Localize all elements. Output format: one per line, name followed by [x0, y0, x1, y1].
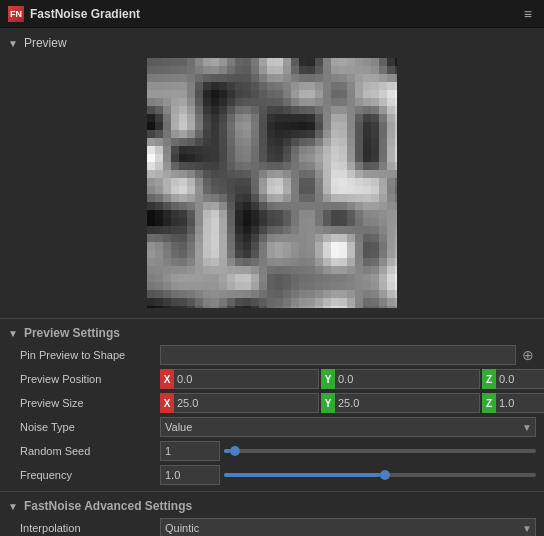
- random-seed-content: [160, 441, 536, 461]
- size-y-input[interactable]: [335, 393, 480, 413]
- divider-1: [0, 318, 544, 319]
- advanced-arrow-icon: ▼: [8, 501, 18, 512]
- frequency-slider-track[interactable]: [224, 473, 536, 477]
- size-x-input[interactable]: [174, 393, 319, 413]
- pos-x-input[interactable]: [174, 369, 319, 389]
- random-seed-label: Random Seed: [20, 445, 160, 457]
- pos-z-label: Z: [482, 369, 496, 389]
- interpolation-select-wrapper: Linear Hermite Quintic ▼: [160, 518, 536, 536]
- preview-area: [0, 54, 544, 316]
- noise-type-select-wrapper: Value Value Fractal Perlin Perlin Fracta…: [160, 417, 536, 437]
- frequency-content: [160, 465, 536, 485]
- interpolation-row: Interpolation Linear Hermite Quintic ▼: [0, 516, 544, 536]
- random-seed-row: Random Seed: [0, 439, 544, 463]
- size-y-field: Y: [321, 393, 480, 413]
- preview-size-row: Preview Size X Y Z: [0, 391, 544, 415]
- preview-position-row: Preview Position X Y Z: [0, 367, 544, 391]
- frequency-input[interactable]: [160, 465, 220, 485]
- noise-type-select[interactable]: Value Value Fractal Perlin Perlin Fracta…: [160, 417, 536, 437]
- preview-settings-header[interactable]: ▼ Preview Settings: [0, 323, 544, 343]
- pin-preview-row: Pin Preview to Shape ⊕: [0, 343, 544, 367]
- size-z-field: Z: [482, 393, 544, 413]
- window-title: FastNoise Gradient: [30, 7, 140, 21]
- frequency-slider-fill: [224, 473, 380, 477]
- noise-type-row: Noise Type Value Value Fractal Perlin Pe…: [0, 415, 544, 439]
- size-y-label: Y: [321, 393, 335, 413]
- pin-preview-input[interactable]: [160, 345, 516, 365]
- menu-icon[interactable]: ≡: [520, 4, 536, 24]
- preview-size-label: Preview Size: [20, 397, 160, 409]
- preview-settings-section: ▼ Preview Settings Pin Preview to Shape …: [0, 321, 544, 489]
- pos-y-label: Y: [321, 369, 335, 389]
- target-icon[interactable]: ⊕: [520, 345, 536, 365]
- noise-preview-canvas: [147, 58, 397, 308]
- settings-arrow-icon: ▼: [8, 328, 18, 339]
- random-seed-slider-thumb[interactable]: [230, 446, 240, 456]
- title-bar-left: FN FastNoise Gradient: [8, 6, 140, 22]
- preview-arrow-icon: ▼: [8, 38, 18, 49]
- pin-preview-content: ⊕: [160, 345, 536, 365]
- preview-settings-label: Preview Settings: [24, 326, 120, 340]
- size-z-input[interactable]: [496, 393, 544, 413]
- pos-z-field: Z: [482, 369, 544, 389]
- preview-position-xyz: X Y Z: [160, 369, 544, 389]
- interpolation-select[interactable]: Linear Hermite Quintic: [160, 518, 536, 536]
- pos-x-label: X: [160, 369, 174, 389]
- divider-2: [0, 491, 544, 492]
- size-z-label: Z: [482, 393, 496, 413]
- frequency-slider-thumb[interactable]: [380, 470, 390, 480]
- advanced-settings-header[interactable]: ▼ FastNoise Advanced Settings: [0, 496, 544, 516]
- advanced-settings-section: ▼ FastNoise Advanced Settings Interpolat…: [0, 494, 544, 536]
- random-seed-input[interactable]: [160, 441, 220, 461]
- pos-y-input[interactable]: [335, 369, 480, 389]
- pin-preview-label: Pin Preview to Shape: [20, 349, 160, 361]
- preview-size-xyz: X Y Z: [160, 393, 544, 413]
- main-content: ▼ Preview ▼ Preview Settings Pin Preview…: [0, 28, 544, 536]
- preview-section-label: Preview: [24, 36, 67, 50]
- preview-section-header[interactable]: ▼ Preview: [0, 32, 544, 54]
- pos-x-field: X: [160, 369, 319, 389]
- preview-position-label: Preview Position: [20, 373, 160, 385]
- advanced-settings-label: FastNoise Advanced Settings: [24, 499, 192, 513]
- app-icon: FN: [8, 6, 24, 22]
- pos-z-input[interactable]: [496, 369, 544, 389]
- interpolation-label: Interpolation: [20, 522, 160, 534]
- frequency-label: Frequency: [20, 469, 160, 481]
- size-x-label: X: [160, 393, 174, 413]
- noise-type-label: Noise Type: [20, 421, 160, 433]
- size-x-field: X: [160, 393, 319, 413]
- frequency-row: Frequency: [0, 463, 544, 487]
- random-seed-slider-track[interactable]: [224, 449, 536, 453]
- pos-y-field: Y: [321, 369, 480, 389]
- title-bar: FN FastNoise Gradient ≡: [0, 0, 544, 28]
